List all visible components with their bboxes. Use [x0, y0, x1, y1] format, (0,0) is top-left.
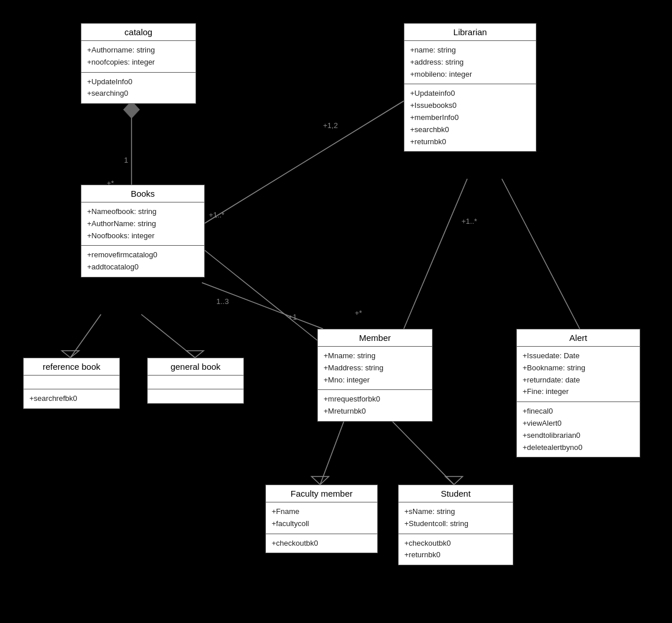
label-plus-star-1: +* [107, 179, 114, 187]
alert-attributes: +Issuedate: Date +Bookname: string +retu… [517, 347, 640, 402]
faculty-member-box: Faculty member +Fname +facultycoll +chec… [265, 485, 378, 553]
member-methods: +mrequestforbk0 +Mreturnbk0 [318, 390, 432, 421]
student-methods: +checkoutbk0 +returnbk0 [399, 534, 513, 565]
faculty-member-title: Faculty member [266, 485, 377, 502]
reference-book-attributes [24, 376, 119, 389]
label-plus-1-star-1: +1..* [209, 211, 224, 219]
reference-book-methods: +searchrefbk0 [24, 389, 119, 408]
svg-line-11 [320, 415, 346, 485]
svg-line-8 [202, 101, 404, 225]
svg-line-6 [202, 248, 317, 340]
svg-line-4 [141, 314, 195, 358]
general-book-title: general book [148, 358, 243, 376]
faculty-member-attributes: +Fname +facultycoll [266, 502, 377, 534]
reference-book-title: reference book [24, 358, 119, 376]
alert-box: Alert +Issuedate: Date +Bookname: string… [516, 329, 640, 457]
label-plus-star-2: +* [355, 309, 362, 317]
catalog-attributes: +Authorname: string +noofcopies: integer [81, 41, 196, 73]
books-box: Books +Nameofbook: string +AuthorName: s… [81, 185, 205, 277]
student-title: Student [399, 485, 513, 502]
general-book-attributes [148, 376, 243, 389]
label-1: 1 [124, 156, 128, 164]
member-attributes: +Mname: string +Maddress: string +Mno: i… [318, 347, 432, 390]
general-book-methods [148, 389, 243, 403]
svg-marker-12 [311, 476, 329, 485]
librarian-title: Librarian [404, 24, 536, 41]
svg-marker-5 [186, 351, 204, 358]
label-plus-1-2: +1,2 [323, 121, 338, 130]
catalog-methods: +UpdateInfo0 +searching0 [81, 73, 196, 104]
general-book-box: general book [147, 358, 244, 404]
catalog-title: catalog [81, 24, 196, 41]
librarian-box: Librarian +name: string +address: string… [404, 23, 536, 152]
books-attributes: +Nameofbook: string +AuthorName: string … [81, 202, 204, 246]
student-attributes: +sName: string +Studentcoll: string [399, 502, 513, 534]
svg-marker-3 [62, 351, 79, 358]
label-1-3: 1..3 [216, 297, 229, 306]
alert-methods: +finecal0 +viewAlert0 +sendtolibrarian0 … [517, 402, 640, 457]
librarian-attributes: +name: string +address: string +mobileno… [404, 41, 536, 84]
label-plus-1: +1 [288, 313, 297, 321]
member-title: Member [318, 329, 432, 347]
faculty-member-methods: +checkoutbk0 [266, 534, 377, 553]
books-methods: +removefirmcatalog0 +addtocatalog0 [81, 246, 204, 277]
svg-line-10 [502, 179, 580, 329]
uml-diagram: catalog +Authorname: string +noofcopies:… [0, 0, 672, 623]
svg-line-2 [70, 314, 101, 358]
member-box: Member +Mname: string +Maddress: string … [317, 329, 433, 422]
alert-title: Alert [517, 329, 640, 347]
student-box: Student +sName: string +Studentcoll: str… [398, 485, 513, 565]
reference-book-box: reference book +searchrefbk0 [23, 358, 120, 409]
svg-marker-14 [445, 476, 463, 485]
librarian-methods: +Updateinfo0 +Issuebooks0 +memberInfo0 +… [404, 84, 536, 151]
catalog-box: catalog +Authorname: string +noofcopies:… [81, 23, 196, 104]
label-plus-1-star-2: +1..* [461, 217, 477, 226]
svg-line-7 [202, 283, 323, 329]
svg-line-13 [386, 415, 454, 485]
svg-line-9 [404, 179, 467, 329]
books-title: Books [81, 185, 204, 202]
